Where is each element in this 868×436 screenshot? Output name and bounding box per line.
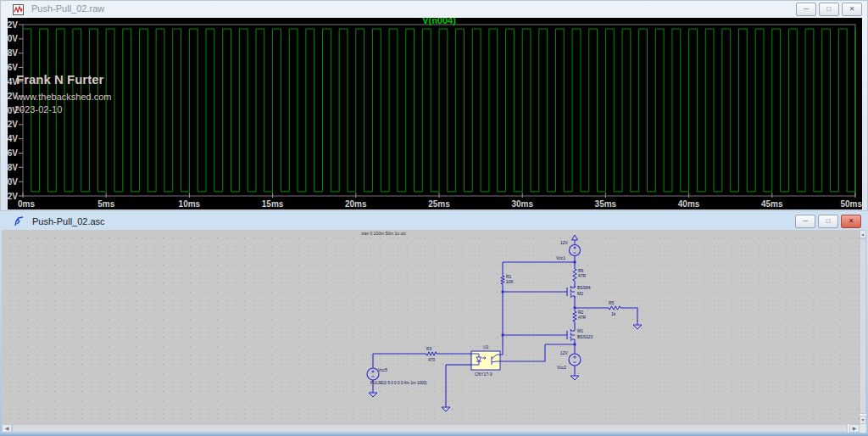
scroll-up-button[interactable]: ▲ [860, 230, 866, 238]
ground-symbol-icon [633, 325, 642, 329]
overlay-date: 2023-02-10 [14, 104, 62, 115]
resistor-value: 1k [611, 311, 616, 316]
waveform-titlebar[interactable]: Push-Pull_02.raw ─ □ ✕ [1, 1, 867, 17]
x-tick-label: 35ms [595, 199, 617, 209]
resistor-body[interactable] [573, 310, 576, 323]
resistor-value: 10K [506, 279, 515, 284]
minimize-button[interactable]: ─ [796, 3, 816, 16]
resistor-value: 47R [578, 273, 587, 278]
overlay-website: www.thebackshed.com [16, 92, 112, 102]
y-tick-label: -12V [8, 192, 18, 201]
x-tick-label: 0ms [18, 199, 35, 209]
vsource-value: 12V [560, 240, 569, 245]
y-tick-label: -6V [8, 148, 18, 158]
x-tick-label: 20ms [345, 199, 367, 209]
junction-dot [574, 344, 576, 346]
resistor-R2[interactable]: R247R [573, 310, 587, 323]
scrollbar-corner [860, 424, 866, 433]
resistor-value: 470 [428, 357, 436, 362]
wire[interactable] [622, 308, 637, 325]
wire[interactable] [500, 286, 503, 355]
resistor-value: 47R [578, 315, 587, 320]
vsource-name: Vcc5 [378, 367, 387, 372]
waveform-window: Push-Pull_02.raw ─ □ ✕ V(n004)12V10V8V6V… [0, 0, 868, 211]
mosfet-label: M2 [577, 291, 583, 296]
ground-symbol-icon [442, 407, 450, 411]
vsource-Vcc2[interactable]: Vcc212V [557, 350, 581, 370]
x-tick-label: 25ms [428, 199, 450, 209]
junction-dot [502, 334, 504, 337]
x-tick-label: 10ms [179, 199, 201, 209]
vsource-name: Vcc1 [556, 255, 565, 260]
scroll-left-button[interactable]: ◀ [2, 424, 12, 433]
y-tick-label: -4V [8, 134, 18, 143]
y-tick-label: -8V [8, 163, 18, 172]
resistor-body[interactable] [573, 267, 576, 282]
schematic-titlebar[interactable]: Push-Pull_02.asc ─ □ ✕ [2, 213, 866, 230]
vsource-name: Vcc2 [557, 365, 566, 370]
resistor-name: R3 [426, 346, 432, 351]
maximize-button[interactable]: □ [818, 215, 838, 228]
ground-symbol-icon [570, 376, 579, 380]
resistor-name: R5 [609, 300, 615, 305]
vsource-Vcc1[interactable]: Vcc112V [556, 235, 581, 260]
maximize-button[interactable]: □ [819, 3, 839, 16]
y-tick-label: 10V [8, 34, 18, 43]
junction-dot [574, 307, 576, 310]
opto-model: CNY17-3 [475, 372, 492, 377]
vsource-circle[interactable] [569, 354, 581, 366]
resistor-R6[interactable]: R647R [573, 267, 587, 282]
scroll-right-button[interactable]: ▶ [849, 424, 860, 433]
y-tick-label: 6V [8, 63, 18, 72]
resistor-R1[interactable]: R110K [501, 274, 515, 286]
mosfet-M2[interactable]: BSS84M2 [567, 285, 591, 298]
x-tick-label: 30ms [511, 199, 533, 209]
mosfet-label: M1 [577, 328, 583, 333]
y-tick-label: -10V [8, 177, 18, 187]
close-button[interactable]: ✕ [842, 3, 862, 16]
resistor-body[interactable] [607, 306, 622, 310]
resistor-R3[interactable]: R3470 [425, 346, 438, 362]
x-tick-label: 50ms [840, 199, 862, 209]
x-tick-label: 40ms [678, 199, 700, 209]
horizontal-scrollbar[interactable]: ◀ ▶ [2, 424, 860, 433]
up-arrow-flag-icon [572, 235, 578, 240]
optocoupler-U1[interactable]: U1CNY17-3 [471, 344, 500, 377]
resistor-R5[interactable]: R51k [607, 300, 622, 316]
resistor-body[interactable] [425, 352, 438, 355]
horizontal-scroll-thumb[interactable] [12, 424, 848, 433]
junction-dot [574, 261, 576, 264]
y-tick-label: 12V [8, 20, 18, 30]
window-frame-bottom [0, 433, 868, 436]
spice-directive: .tran 0 100m 50m 1u uic [360, 231, 406, 236]
waveform-file-icon [13, 3, 24, 14]
y-tick-label: -2V [8, 120, 18, 129]
mosfet-M1[interactable]: M1BSS123 [567, 328, 593, 341]
vsource-circle[interactable] [367, 368, 379, 380]
schematic-canvas[interactable]: .tran 0 100m 50m 1u uicR110KR647RR247RR5… [2, 230, 860, 424]
scroll-down-button[interactable]: ▼ [860, 416, 866, 424]
resistor-body[interactable] [501, 274, 504, 286]
trace-vn004[interactable] [23, 29, 855, 192]
waveform-window-title: Push-Pull_02.raw [31, 3, 104, 14]
mosfet-label: BSS123 [577, 334, 593, 339]
x-tick-label: 5ms [97, 199, 114, 209]
waveform-plot-area[interactable]: V(n004)12V10V8V6V4V2V0V-2V-4V-6V-8V-10V-… [8, 18, 862, 210]
minimize-button[interactable]: ─ [795, 215, 815, 228]
trace-title: V(n004) [422, 18, 456, 25]
overlay-author: Frank N Furter [16, 72, 103, 87]
vsource-value: 12V [560, 350, 569, 355]
ltspice-desktop: { "colors": { "plot_bg": "#000000", "tra… [0, 0, 868, 436]
x-tick-label: 15ms [262, 199, 284, 209]
vertical-scrollbar[interactable]: ▲ ▼ [860, 230, 866, 424]
opto-name: U1 [483, 344, 489, 349]
ground-symbol-icon [369, 393, 377, 397]
close-button[interactable]: ✕ [841, 215, 861, 228]
vsource-Vcc5[interactable]: Vcc5PULSE(0 5 0 0 0 0.4m 1m 1000) [367, 367, 427, 385]
schematic-window-title: Push-Pull_02.asc [32, 216, 105, 226]
junction-dot [502, 291, 504, 293]
wire[interactable] [500, 344, 545, 361]
mosfet-label: BSS84 [577, 285, 591, 290]
schematic-file-icon [14, 215, 25, 226]
vertical-scroll-thumb[interactable] [860, 238, 866, 414]
